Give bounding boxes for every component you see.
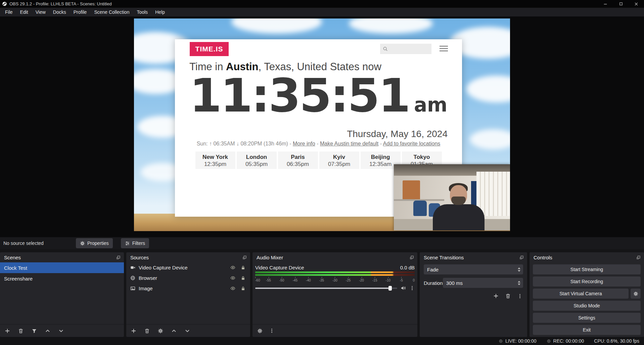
remove-scene-button[interactable]	[18, 328, 24, 334]
volume-slider[interactable]	[255, 286, 397, 291]
menu-scene-collection[interactable]: Scene Collection	[90, 8, 133, 16]
mixer-options-dots[interactable]	[269, 328, 274, 333]
exit-button[interactable]: Exit	[533, 325, 641, 335]
menu-profile[interactable]: Profile	[70, 8, 91, 16]
add-source-button[interactable]	[131, 328, 136, 334]
cloud	[470, 129, 510, 149]
rec-time: REC: 00:00:00	[553, 338, 584, 344]
stream-status-icon	[499, 339, 503, 343]
source-item-video-capture[interactable]: Video Capture Device	[126, 262, 250, 273]
menu-help[interactable]: Help	[151, 8, 169, 16]
close-button[interactable]	[629, 0, 644, 8]
advanced-audio-gear-icon[interactable]	[257, 328, 263, 334]
sources-dock-header[interactable]: Sources	[126, 252, 250, 262]
virtual-camera-settings-button[interactable]	[631, 289, 641, 299]
minimize-button[interactable]	[598, 0, 613, 8]
controls-dock-header[interactable]: Controls	[530, 252, 644, 262]
no-source-label: No source selected	[3, 241, 76, 246]
scenes-toolbar	[0, 324, 124, 337]
remove-transition-button[interactable]	[505, 293, 511, 299]
lock-icon[interactable]	[241, 286, 245, 291]
city-name: Paris	[278, 154, 318, 161]
move-scene-up-button[interactable]	[45, 328, 50, 334]
live-status: LIVE: 00:00:00	[499, 338, 537, 344]
source-label: Image	[139, 286, 153, 291]
visibility-eye-icon[interactable]	[230, 265, 235, 270]
popout-icon[interactable]	[116, 255, 121, 260]
move-source-up-button[interactable]	[171, 328, 177, 334]
add-scene-button[interactable]	[5, 328, 10, 334]
record-status-icon	[547, 339, 551, 343]
audio-mixer-dock: Audio Mixer Video Capture Device 0.0 dB …	[252, 252, 417, 337]
popout-icon[interactable]	[519, 255, 524, 260]
menu-edit[interactable]: Edit	[16, 8, 32, 16]
duration-spinbox[interactable]: 300 ms	[443, 278, 523, 288]
add-transition-button[interactable]	[493, 293, 499, 299]
menu-file[interactable]: File	[1, 8, 16, 16]
properties-button[interactable]: Properties	[76, 238, 113, 248]
person-torso	[433, 204, 485, 230]
scale-label: -30	[332, 278, 337, 282]
move-source-down-button[interactable]	[185, 328, 190, 334]
spinbox-arrows-icon[interactable]	[518, 281, 520, 285]
visibility-eye-icon[interactable]	[230, 275, 235, 281]
start-recording-button[interactable]: Start Recording	[533, 276, 641, 287]
audio-mixer-dock-header[interactable]: Audio Mixer	[252, 252, 417, 262]
meter-db-scale: -60 -55 -50 -45 -40 -35 -30 -25 -20 -15 …	[255, 278, 415, 283]
maximize-button[interactable]	[613, 0, 629, 8]
visibility-eye-icon[interactable]	[230, 286, 235, 291]
scene-item-screenshare[interactable]: Screenshare	[0, 273, 124, 284]
source-label: Browser	[139, 275, 157, 281]
menu-tools[interactable]: Tools	[133, 8, 151, 16]
favorite-link: Add to favorite locations	[383, 141, 441, 146]
scale-label: -25	[346, 278, 351, 282]
lock-icon[interactable]	[241, 265, 245, 270]
transition-options-dots[interactable]	[517, 293, 522, 299]
settings-button[interactable]: Settings	[533, 313, 641, 323]
popout-icon[interactable]	[410, 255, 414, 260]
city-time: 12:35pm	[195, 161, 235, 168]
sources-dock-title: Sources	[130, 255, 149, 260]
remove-source-button[interactable]	[144, 328, 150, 334]
start-streaming-button[interactable]: Start Streaming	[533, 264, 641, 274]
scale-label: -20	[359, 278, 364, 282]
docks-row: Scenes Clock Test Screenshare Sources Vi…	[0, 252, 644, 337]
program-preview[interactable]: TIME.IS Time in Austin, Texas, United St…	[134, 18, 510, 231]
transitions-dock-header[interactable]: Scene Transitions	[420, 252, 527, 262]
popout-icon[interactable]	[636, 255, 641, 260]
mute-speaker-icon[interactable]	[401, 285, 406, 291]
source-properties-button[interactable]	[158, 328, 163, 334]
transition-select[interactable]: Fade	[424, 264, 523, 274]
statusbar: LIVE: 00:00:00 REC: 00:00:00 CPU: 0.6%, …	[0, 337, 644, 345]
more-info-link: More info	[293, 141, 315, 146]
timeis-sun-line: Sun: ↑ 06:35AM ↓ 08:20PM (13h 46m) - Mor…	[175, 141, 462, 147]
studio-mode-button[interactable]: Studio Mode	[533, 301, 641, 311]
start-virtual-camera-button[interactable]: Start Virtual Camera	[533, 289, 629, 299]
menu-docks[interactable]: Docks	[49, 8, 70, 16]
channel-options-dots[interactable]	[410, 286, 415, 291]
source-item-image[interactable]: Image	[126, 283, 250, 294]
city-tile: Kyiv 07:35pm	[319, 152, 359, 169]
slider-handle[interactable]	[388, 286, 392, 291]
search-icon	[383, 46, 388, 51]
timeis-search-box	[380, 44, 431, 54]
mixer-level-db: 0.0 dB	[400, 265, 415, 270]
preview-area[interactable]: TIME.IS Time in Austin, Texas, United St…	[0, 16, 644, 237]
scale-label: -5	[400, 278, 403, 282]
scene-filters-button[interactable]	[32, 328, 37, 334]
combo-arrows-icon[interactable]	[518, 267, 520, 272]
timeis-clock: 11:35:51 am	[175, 72, 462, 120]
lock-icon[interactable]	[241, 275, 245, 281]
popout-icon[interactable]	[242, 255, 247, 260]
sources-dock: Sources Video Capture Device Browser	[126, 252, 250, 337]
scene-list: Clock Test Screenshare	[0, 262, 124, 284]
move-scene-down-button[interactable]	[58, 328, 64, 334]
scene-item-clock-test[interactable]: Clock Test	[0, 262, 124, 273]
scenes-dock-header[interactable]: Scenes	[0, 252, 124, 262]
source-item-browser[interactable]: Browser	[126, 273, 250, 283]
volume-meter-left	[255, 271, 415, 273]
menu-view[interactable]: View	[32, 8, 49, 16]
webcam-overlay-source[interactable]	[394, 164, 510, 230]
filters-button[interactable]: Filters	[121, 238, 149, 248]
city-name: London	[237, 154, 277, 161]
